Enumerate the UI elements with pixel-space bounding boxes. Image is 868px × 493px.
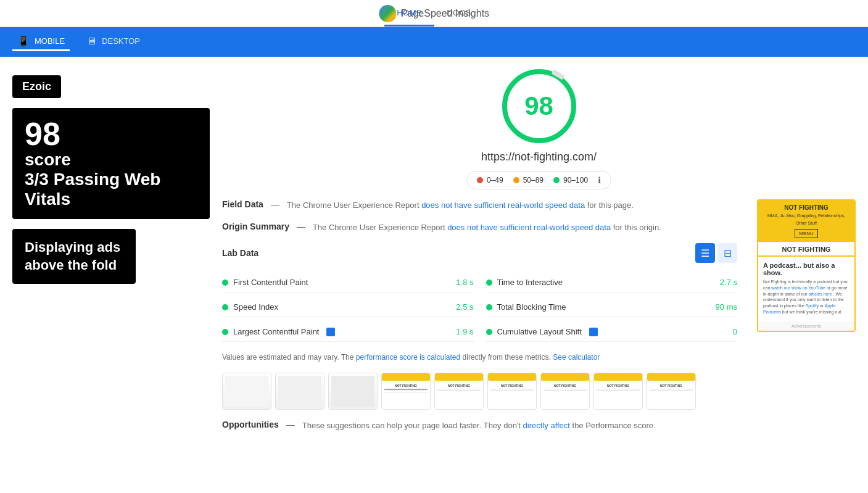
score-number: 98 — [25, 118, 197, 150]
app-logo-container: PageSpeed Insights — [379, 5, 489, 22]
metric-dot-fcp — [222, 280, 228, 286]
metric-name-tti: Time to Interactive — [497, 278, 563, 287]
field-data-row: Field Data — The Chrome User Experience … — [222, 199, 737, 212]
metrics-section: Field Data — The Chrome User Experience … — [222, 199, 737, 439]
legend-info-icon[interactable]: ℹ — [598, 175, 601, 185]
legend-dot-red — [477, 177, 483, 183]
metric-value-tti: 2.7 s — [720, 278, 737, 287]
metric-cls-left: Cumulative Layout Shift — [486, 327, 598, 336]
score-legend: 0–49 50–89 90–100 ℹ — [466, 171, 611, 189]
metric-name-fcp: First Contentful Paint — [233, 278, 308, 287]
origin-summary-text: The Chrome User Experience Report does n… — [313, 222, 661, 234]
metric-dot-tbt — [486, 304, 492, 310]
metric-cls: Cumulative Layout Shift 0 — [486, 322, 738, 342]
website-preview: NOT FIGHTINGMMA, Ju Jitsu, Grappling, Re… — [757, 199, 856, 439]
metric-name-tbt: Total Blocking Time — [497, 302, 566, 312]
thumb-inner-2 — [276, 373, 324, 409]
opp-desc-1: These suggestions can help your page loa… — [302, 421, 521, 430]
preview-body-link1[interactable]: watch our show on YouTube — [771, 286, 825, 290]
ezoic-badge: Ezoic — [12, 75, 61, 98]
preview-body-text-4: or — [820, 304, 824, 308]
field-data-text-before: The Chrome User Experience Report — [287, 201, 420, 210]
device-tab-desktop[interactable]: 🖥 DESKTOP — [82, 33, 145, 51]
url-text: https://not-fighting.com/ — [481, 151, 597, 164]
metric-lcp: Largest Contentful Paint 1.9 s — [222, 322, 474, 342]
app-logo-icon — [379, 5, 396, 22]
metric-si: Speed Index 2.5 s — [222, 297, 474, 317]
metric-info-lcp[interactable] — [326, 328, 335, 336]
origin-summary-dash: — — [297, 222, 305, 231]
field-data-section: Field Data — The Chrome User Experience … — [222, 199, 737, 212]
origin-text-before: The Chrome User Experience Report — [313, 223, 445, 232]
thumbnail-5: NOT FIGHTING — [434, 373, 484, 410]
metric-dot-lcp — [222, 329, 228, 335]
right-panel: 98 https://not-fighting.com/ 0–49 50–89 … — [222, 69, 856, 439]
metric-fcp-left: First Contentful Paint — [222, 278, 308, 287]
calc-link[interactable]: performance score is calculated — [356, 353, 460, 362]
thumbnails-row: NOT FIGHTING NOT FIGHTING — [222, 373, 737, 410]
toggle-grid-btn[interactable]: ⊟ — [717, 243, 737, 263]
main-content: Ezoic 98 score 3/3 Passing Web Vitals Di… — [0, 57, 868, 452]
device-bar: 📱 MOBILE 🖥 DESKTOP — [0, 27, 868, 57]
metric-fcp: First Contentful Paint 1.8 s — [222, 273, 474, 292]
metric-value-tbt: 90 ms — [716, 302, 737, 312]
thumbnail-2 — [275, 373, 324, 410]
preview-body-text-5: but we think you're missing out. — [782, 310, 842, 314]
app-name: PageSpeed Insights — [401, 8, 489, 19]
metric-value-cls: 0 — [733, 327, 737, 336]
metric-name-si: Speed Index — [233, 302, 278, 312]
metric-dot-tti — [486, 280, 492, 286]
metric-value-fcp: 1.8 s — [456, 278, 473, 287]
field-data-dash: — — [271, 199, 279, 209]
metric-dot-cls — [486, 329, 492, 335]
desktop-icon: 🖥 — [87, 36, 97, 47]
preview-body-link2[interactable]: articles here — [809, 292, 832, 296]
score-box: 98 score 3/3 Passing Web Vitals — [12, 108, 210, 219]
origin-summary-row: Origin Summary — The Chrome User Experie… — [222, 222, 737, 234]
toggle-list-btn[interactable]: ☰ — [695, 243, 715, 263]
metric-name-lcp: Largest Contentful Paint — [233, 327, 319, 336]
lab-data-section: Lab Data ☰ ⊟ First Contentful Paint — [222, 243, 737, 363]
metric-si-left: Speed Index — [222, 302, 278, 312]
circle-gap — [552, 70, 564, 80]
lab-data-header: Lab Data ☰ ⊟ — [222, 243, 737, 263]
calc-text-1: Values are estimated and may vary. The — [222, 353, 353, 362]
preview-body-link3[interactable]: Spotify — [806, 304, 819, 308]
preview-box: NOT FIGHTINGMMA, Ju Jitsu, Grappling, Re… — [757, 199, 856, 332]
field-data-title: Field Data — [222, 199, 263, 209]
preview-ads: Advertisements — [758, 321, 854, 331]
score-value: 98 — [524, 91, 553, 121]
metric-info-cls[interactable] — [589, 328, 598, 336]
origin-summary-title: Origin Summary — [222, 222, 289, 231]
field-data-text: The Chrome User Experience Report does n… — [287, 199, 634, 212]
preview-menu-btn: MENU — [795, 229, 818, 238]
origin-summary-section: Origin Summary — The Chrome User Experie… — [222, 222, 737, 234]
origin-summary-link[interactable]: does not have sufficient real-world spee… — [447, 223, 611, 232]
thumbnail-6: NOT FIGHTING — [487, 373, 537, 410]
thumbnail-1 — [222, 373, 271, 410]
web-vitals-label: 3/3 Passing Web Vitals — [25, 170, 197, 209]
legend-dot-orange — [513, 177, 519, 183]
preview-header-text: NOT FIGHTINGMMA, Ju Jitsu, Grappling, Re… — [762, 204, 851, 226]
opportunities-desc: These suggestions can help your page loa… — [302, 420, 656, 432]
thumbnail-7: NOT FIGHTING — [540, 373, 590, 410]
thumbnail-9: NOT FIGHTING — [647, 373, 696, 410]
lab-data-title: Lab Data — [222, 248, 258, 258]
opp-link[interactable]: directly affect — [523, 421, 570, 430]
thumbnail-3 — [328, 373, 378, 410]
opp-desc-2: the Performance score. — [572, 421, 656, 430]
thumbnail-4: NOT FIGHTING — [381, 373, 431, 410]
opportunities-section: Opportunities — These suggestions can he… — [222, 420, 737, 432]
thumb-inner-1 — [223, 373, 271, 409]
device-tab-mobile[interactable]: 📱 MOBILE — [12, 33, 70, 51]
opportunities-dash: — — [286, 420, 295, 429]
field-data-link[interactable]: does not have sufficient real-world spee… — [421, 201, 585, 210]
score-label: score — [25, 150, 197, 170]
score-circle: 98 — [502, 69, 576, 143]
legend-range-2: 90–100 — [563, 176, 588, 184]
legend-dot-green — [553, 177, 560, 183]
legend-range-0: 0–49 — [487, 176, 503, 184]
see-calculator-link[interactable]: See calculator — [553, 353, 600, 362]
metric-tti-left: Time to Interactive — [486, 278, 563, 287]
opportunities-title: Opportunities — [222, 420, 279, 429]
